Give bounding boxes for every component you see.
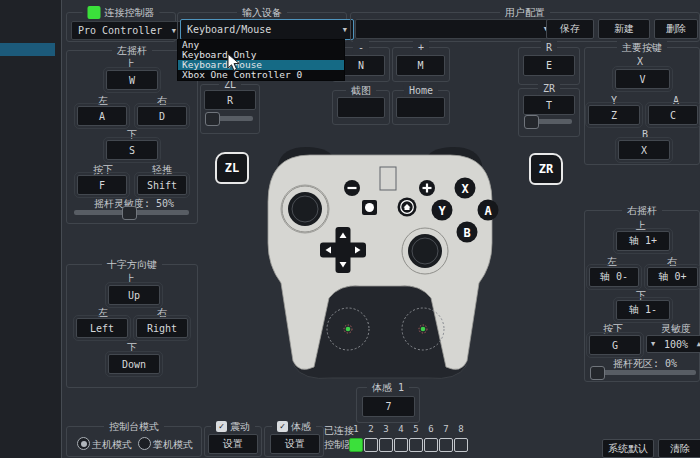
r-binding[interactable]: E [523, 55, 575, 76]
motion-settings-button[interactable]: 设置 [270, 434, 320, 454]
left-stick-up-label: 上 [120, 57, 140, 71]
port-number: 5 [410, 424, 422, 434]
mouse-cursor [227, 53, 240, 72]
vibration-checkbox[interactable]: ✓ [216, 421, 227, 432]
slider-handle[interactable] [590, 366, 605, 380]
face-b-label: B [637, 129, 653, 140]
vibration-label: 震动 [230, 420, 250, 433]
zr-binding[interactable]: T [523, 95, 575, 115]
docked-mode-radio[interactable] [77, 437, 90, 450]
port-2-checkbox[interactable] [364, 438, 378, 452]
save-profile-button[interactable]: 保存 [546, 19, 594, 39]
dpad-down-label: 下 [122, 341, 142, 355]
screenshot-title: 截图 [346, 84, 376, 97]
profile-select[interactable]: ▼ [355, 19, 555, 39]
docked-mode-label: 主机模式 [92, 438, 132, 452]
port-1-checkbox[interactable] [349, 438, 363, 452]
dpad-left-binding[interactable]: Left [76, 318, 128, 338]
minus-title: - [353, 41, 369, 54]
clear-button[interactable]: 清除 [658, 439, 700, 458]
dpad-down-binding[interactable]: Down [108, 354, 160, 374]
delete-profile-button[interactable]: 删除 [654, 19, 698, 39]
controller-config-window: 连接控制器 Pro Controller ▼ 输入设备 Keyboard/Mou… [0, 0, 700, 458]
right-stick-deadzone-slider[interactable] [590, 370, 696, 375]
right-stick-title: 右摇杆 [622, 204, 662, 217]
face-buttons-title: 主要按键 [617, 41, 667, 54]
left-stick-right-binding[interactable]: D [137, 106, 187, 126]
console-mode-title: 控制台模式 [104, 420, 164, 433]
port-4-checkbox[interactable] [394, 438, 408, 452]
motion-sensor-binding[interactable]: 7 [362, 396, 415, 417]
plus-binding[interactable]: M [396, 55, 445, 76]
port-number: 2 [365, 424, 377, 434]
system-defaults-button[interactable]: 系统默认 [602, 439, 654, 458]
input-device-dropdown: Any Keyboard Only Keyboard/Mouse Xbox On… [177, 39, 345, 81]
a-button-glyph: A [484, 204, 492, 218]
new-profile-button[interactable]: 新建 [598, 19, 650, 39]
port-number: 3 [380, 424, 392, 434]
port-5-checkbox[interactable] [409, 438, 423, 452]
right-stick-left-binding[interactable]: 轴 0- [589, 267, 639, 287]
background-app-strip [0, 0, 62, 458]
capture-button-icon [362, 200, 377, 215]
r-title: R [541, 41, 557, 54]
right-stick-down-binding[interactable]: 轴 1- [616, 300, 670, 320]
port-3-checkbox[interactable] [379, 438, 393, 452]
slider-handle[interactable] [524, 115, 539, 129]
input-device-label: 输入设备 [237, 6, 287, 19]
handheld-mode-radio[interactable] [138, 437, 151, 450]
port-number: 1 [350, 424, 362, 434]
plus-title: + [413, 41, 429, 54]
home-binding[interactable] [396, 97, 445, 118]
port-number: 7 [440, 424, 452, 434]
left-stick-down-binding[interactable]: S [106, 140, 158, 160]
right-stick-sensitivity-spinner[interactable]: ▼ 100% ▲ [646, 335, 700, 353]
controller-type-select[interactable]: Pro Controller ▼ [71, 21, 183, 40]
left-stick-icon [281, 185, 329, 233]
zr-title: ZR [538, 82, 560, 95]
user-profile-group: 用户配置 ▼ 保存 新建 删除 [350, 12, 700, 42]
chevron-down-icon: ▼ [172, 27, 176, 35]
zl-threshold-slider[interactable] [205, 116, 253, 121]
left-stick-press-binding[interactable]: F [77, 175, 127, 195]
left-stick-title: 左摇杆 [112, 44, 152, 57]
port-6-checkbox[interactable] [424, 438, 438, 452]
screenshot-binding[interactable] [337, 97, 385, 118]
face-y-binding[interactable]: Z [588, 105, 640, 125]
slider-handle[interactable] [122, 206, 137, 220]
zr-badge: ZR [529, 153, 563, 185]
home-title: Home [404, 84, 438, 97]
face-b-binding[interactable]: X [618, 140, 670, 160]
spinner-down-icon[interactable]: ▼ [651, 340, 655, 348]
dpad-up-binding[interactable]: Up [108, 285, 160, 305]
left-stick-left-binding[interactable]: A [77, 106, 127, 126]
chevron-down-icon: ▼ [343, 26, 347, 34]
dropdown-option-xbox-controller[interactable]: Xbox One Controller 0 [178, 70, 344, 80]
port-number: 4 [395, 424, 407, 434]
motion-checkbox[interactable]: ✓ [277, 421, 288, 432]
user-profile-label: 用户配置 [500, 6, 550, 19]
slider-handle[interactable] [205, 112, 220, 126]
left-stick-up-binding[interactable]: W [106, 70, 158, 90]
right-stick-sensitivity-label: 灵敏度 [660, 322, 692, 336]
face-a-binding[interactable]: C [648, 105, 698, 125]
right-stick-up-binding[interactable]: 轴 1+ [616, 231, 670, 251]
port-8-checkbox[interactable] [454, 438, 468, 452]
port-7-checkbox[interactable] [439, 438, 453, 452]
right-stick-press-binding[interactable]: G [589, 335, 641, 355]
left-stick-sensitivity-slider[interactable] [74, 210, 189, 215]
input-device-select[interactable]: Keyboard/Mouse ▼ [180, 19, 354, 40]
right-stick-icon [402, 228, 448, 274]
connect-controller-checkbox[interactable] [88, 6, 101, 19]
face-x-label: X [632, 56, 648, 67]
dpad-right-binding[interactable]: Right [136, 318, 188, 338]
motion-label: 体感 [291, 420, 311, 433]
left-stick-modifier-binding[interactable]: Shift [137, 175, 187, 195]
zr-threshold-slider[interactable] [524, 119, 572, 124]
vibration-settings-button[interactable]: 设置 [208, 434, 258, 454]
face-x-binding[interactable]: V [615, 69, 670, 89]
right-stick-press-label: 按下 [600, 322, 626, 336]
background-selected-row [0, 43, 55, 56]
zl-binding[interactable]: R [204, 90, 256, 110]
right-stick-right-binding[interactable]: 轴 0+ [647, 267, 698, 287]
